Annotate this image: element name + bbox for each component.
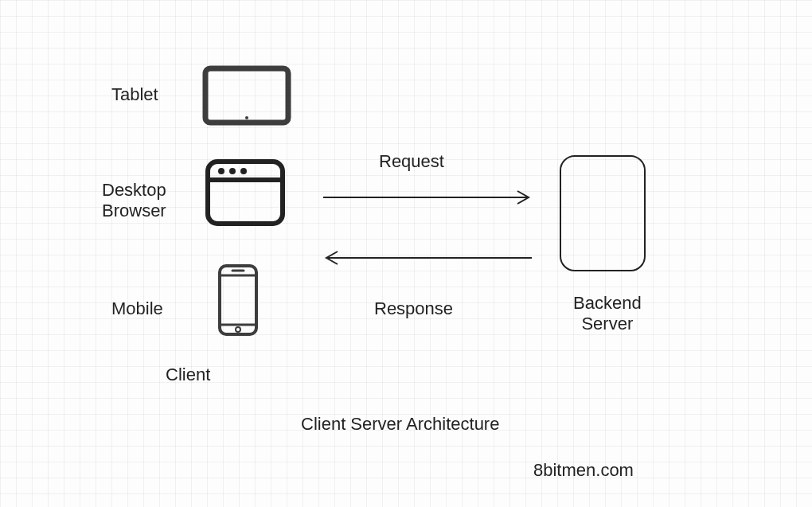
- request-arrow: [322, 189, 533, 205]
- svg-point-1: [245, 116, 248, 119]
- svg-point-4: [218, 168, 224, 174]
- svg-point-11: [236, 327, 240, 332]
- backend-server-label: Backend Server: [573, 293, 642, 335]
- browser-window-icon: [204, 158, 287, 228]
- response-label: Response: [374, 298, 453, 319]
- svg-rect-0: [205, 68, 288, 123]
- svg-rect-14: [560, 156, 645, 271]
- svg-point-6: [240, 168, 247, 174]
- mobile-label: Mobile: [111, 298, 163, 319]
- tablet-label: Tablet: [111, 84, 158, 105]
- credit-label: 8bitmen.com: [533, 460, 634, 481]
- response-arrow: [322, 250, 533, 266]
- mobile-phone-icon: [217, 263, 260, 337]
- tablet-icon: [202, 65, 291, 126]
- backend-server-icon: [557, 153, 648, 274]
- client-group-label: Client: [166, 365, 210, 385]
- desktop-browser-label: Desktop Browser: [102, 180, 166, 222]
- request-label: Request: [379, 151, 444, 172]
- diagram-title: Client Server Architecture: [301, 414, 499, 435]
- svg-point-5: [229, 168, 236, 174]
